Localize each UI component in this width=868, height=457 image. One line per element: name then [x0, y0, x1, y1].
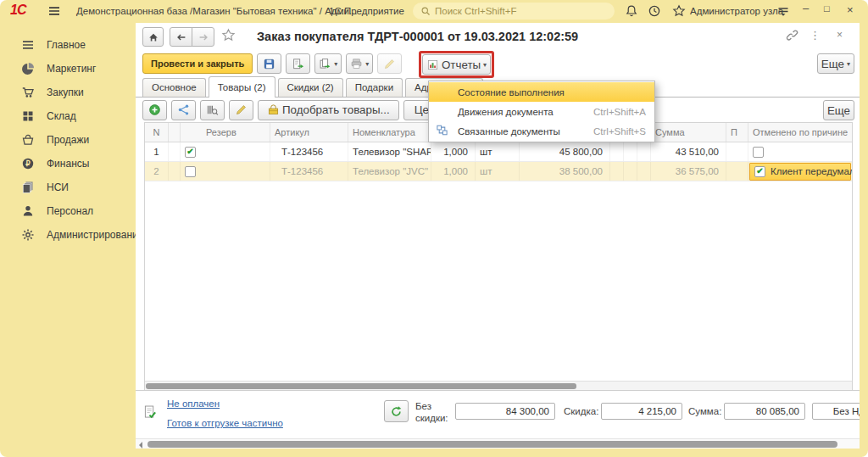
- table-row[interactable]: 2 ✔ Т-123456 Телевизор "JVC" 1,000 шт 38…: [145, 162, 852, 181]
- back-button[interactable]: [170, 27, 192, 47]
- column-header-nomenclature[interactable]: Номенклатура: [348, 123, 431, 142]
- table-more-button[interactable]: Еще: [823, 100, 854, 120]
- cell-extra1[interactable]: [610, 162, 624, 181]
- sidebar-item-main[interactable]: Главное: [0, 33, 136, 57]
- post-and-close-button[interactable]: Провести и закрыть: [142, 53, 253, 74]
- close-window-button[interactable]: ×: [847, 3, 854, 16]
- cell-extra2[interactable]: [624, 142, 637, 161]
- cell-row-number[interactable]: 2: [145, 162, 169, 181]
- total-field[interactable]: 80 085,00: [724, 403, 805, 420]
- close-document-button[interactable]: ×: [837, 29, 843, 41]
- refresh-totals-button[interactable]: [384, 400, 409, 422]
- cell-unit[interactable]: шт: [476, 142, 520, 161]
- sidebar-item-warehouse[interactable]: Склад: [0, 104, 136, 128]
- maximize-button[interactable]: □: [824, 3, 830, 14]
- cell-sum[interactable]: 43 510,00: [651, 142, 726, 161]
- reserve-checkbox[interactable]: ✔: [185, 147, 196, 158]
- cell-p[interactable]: [726, 142, 748, 161]
- menu-item-linked-documents[interactable]: Связанные документы Ctrl+Shift+S: [429, 121, 654, 141]
- selected-cancel-cell[interactable]: ✔ Клиент передумал: [749, 163, 851, 181]
- search-input[interactable]: Поиск Ctrl+Shift+F: [413, 3, 615, 20]
- cell-price[interactable]: 38 500,00: [520, 162, 610, 181]
- menu-item-document-movements[interactable]: Движения документа Ctrl+Shift+A: [429, 102, 654, 121]
- cell-reserve[interactable]: ✔: [181, 142, 270, 161]
- payment-status-link[interactable]: Не оплачен: [167, 398, 220, 409]
- barcode-search-button[interactable]: [200, 100, 225, 120]
- get-link-button[interactable]: [786, 29, 798, 42]
- sidebar-item-sales[interactable]: Продажи: [0, 128, 136, 152]
- sidebar-item-administration[interactable]: Администрирование: [0, 223, 136, 247]
- form-more-button[interactable]: Еще▾: [817, 53, 854, 74]
- cell-price[interactable]: 45 800,00: [520, 142, 610, 161]
- column-header-n[interactable]: N: [145, 123, 169, 142]
- cell-extra1[interactable]: [610, 142, 624, 161]
- scroll-left-arrow-icon[interactable]: [139, 442, 142, 449]
- minimize-button[interactable]: –: [803, 2, 809, 14]
- cell-nomenclature[interactable]: Телевизор "JVC": [348, 162, 431, 181]
- notifications-button[interactable]: [625, 4, 638, 18]
- cancelled-checkbox[interactable]: ✔: [753, 147, 764, 158]
- cell-article[interactable]: Т-123456: [270, 142, 348, 161]
- edit-row-button[interactable]: [229, 100, 253, 120]
- favorites-button[interactable]: [672, 4, 686, 18]
- main-menu-button[interactable]: [47, 4, 61, 18]
- shipment-status-link[interactable]: Готов к отгрузке частично: [167, 418, 283, 428]
- post-document-button[interactable]: [286, 53, 310, 74]
- without-discount-field[interactable]: 84 300,00: [455, 403, 555, 420]
- column-header-sum[interactable]: Сумма: [651, 123, 726, 142]
- table-row[interactable]: 1 ✔ Т-123456 Телевизор "SHARP" 1,000 шт …: [145, 142, 852, 162]
- menu-item-execution-status[interactable]: Состояние выполнения: [429, 82, 654, 102]
- save-button[interactable]: [257, 53, 281, 74]
- cell-nomenclature[interactable]: Телевизор "SHARP": [348, 142, 431, 161]
- cell-extra3[interactable]: [637, 142, 651, 161]
- cell-article[interactable]: Т-123456: [270, 162, 348, 181]
- column-header-article[interactable]: Артикул: [270, 123, 348, 142]
- add-row-button[interactable]: [142, 100, 167, 120]
- cell-p[interactable]: [726, 162, 748, 181]
- cell-unit[interactable]: шт: [476, 162, 520, 181]
- create-based-on-button[interactable]: ▾: [314, 53, 342, 74]
- column-header-reserve[interactable]: Резерв: [181, 123, 270, 142]
- bar-chart-icon: [426, 59, 439, 71]
- column-header-cancel-reason[interactable]: Отменено по причине: [748, 123, 852, 142]
- column-header-p[interactable]: П: [726, 123, 748, 142]
- cell-reserve[interactable]: ✔: [181, 162, 270, 181]
- window-horizontal-scrollbar[interactable]: [136, 438, 860, 449]
- sidebar-item-nsi[interactable]: НСИ: [0, 176, 136, 199]
- tab-goods[interactable]: Товары (2): [209, 76, 275, 98]
- sidebar-item-marketing[interactable]: Маркетинг: [0, 57, 136, 81]
- pick-products-button[interactable]: Подобрать товары...: [258, 100, 399, 120]
- cell-sum[interactable]: 36 575,00: [651, 162, 726, 181]
- scrollbar-thumb[interactable]: [146, 383, 576, 389]
- scrollbar-thumb[interactable]: [147, 441, 837, 448]
- history-button[interactable]: [648, 4, 661, 18]
- favorite-star-button[interactable]: [221, 28, 236, 42]
- tab-discounts[interactable]: Скидки (2): [278, 78, 343, 97]
- table-horizontal-scrollbar[interactable]: [145, 381, 852, 390]
- sidebar-item-personnel[interactable]: Персонал: [0, 199, 136, 223]
- sidebar-item-purchases[interactable]: Закупки: [0, 81, 136, 104]
- column-header-icon[interactable]: [169, 123, 181, 142]
- cell-quantity[interactable]: 1,000: [431, 142, 476, 161]
- reports-button[interactable]: Отчеты ▾: [422, 54, 491, 75]
- service-menu-button[interactable]: [776, 4, 790, 18]
- edit-button[interactable]: [377, 53, 402, 74]
- vat-field[interactable]: Без НД: [812, 403, 860, 420]
- cell-cancel-reason[interactable]: ✔ Клиент передумал: [748, 162, 852, 181]
- forward-button[interactable]: [192, 27, 214, 47]
- cell-row-number[interactable]: 1: [145, 142, 169, 161]
- cancelled-checkbox[interactable]: ✔: [754, 166, 765, 177]
- more-menu-button[interactable]: ⋮: [810, 29, 821, 42]
- cell-extra2[interactable]: [624, 162, 637, 181]
- cell-extra3[interactable]: [637, 162, 651, 181]
- cell-quantity[interactable]: 1,000: [431, 162, 476, 181]
- discount-field[interactable]: 4 215,00: [601, 403, 682, 420]
- sidebar-item-finance[interactable]: Финансы: [0, 152, 136, 176]
- print-button[interactable]: ▾: [346, 53, 373, 74]
- cell-cancel-reason[interactable]: ✔: [748, 142, 852, 161]
- tab-main[interactable]: Основное: [142, 78, 206, 97]
- structure-button[interactable]: [171, 100, 196, 120]
- tab-gifts[interactable]: Подарки: [346, 78, 403, 97]
- home-button[interactable]: [142, 27, 164, 47]
- reserve-checkbox[interactable]: ✔: [185, 166, 196, 177]
